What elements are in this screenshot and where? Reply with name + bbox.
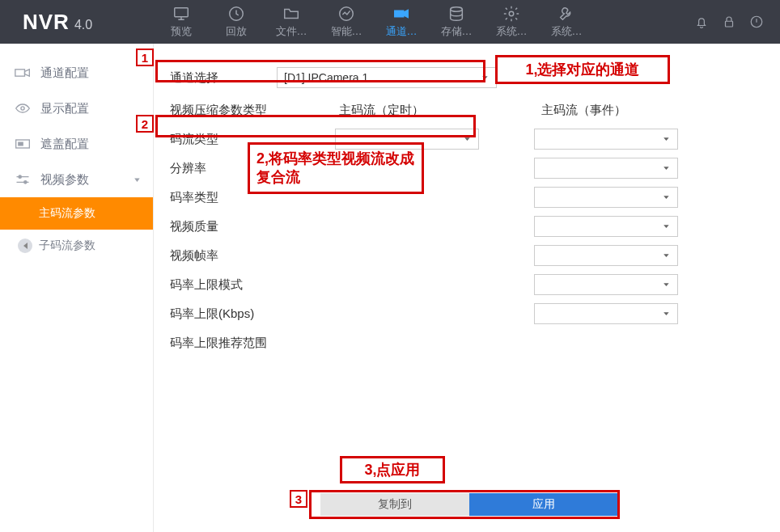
button-bar: 复制到 应用 [320,493,618,516]
svg-point-3 [451,7,463,12]
caret-down-icon: ▼ [662,281,671,287]
svg-rect-5 [726,21,733,27]
svg-rect-10 [18,142,23,146]
caret-down-icon: ▼ [662,165,671,171]
copy-to-button[interactable]: 复制到 [320,493,469,516]
anno-text-3: 3,点应用 [364,460,420,479]
lock-icon[interactable] [722,15,736,29]
sidebar-item-label: 视频参数 [40,172,89,188]
sidebar-item-label: 遮盖配置 [40,137,89,152]
analytics-icon [337,5,355,23]
stream-type-col2[interactable]: ▼ [534,129,678,150]
nav-label: 预览 [171,24,192,39]
caret-down-icon: ▼ [662,252,671,258]
folder-icon [282,5,300,23]
resolution-col2[interactable]: ▼ [534,158,678,179]
back-circle-icon [18,239,32,253]
svg-point-12 [24,181,27,184]
bell-icon[interactable] [694,15,709,29]
caret-down-icon: ▼ [463,136,472,141]
video-quality-label: 视频质量 [165,219,335,234]
bitrate-type-col2[interactable]: ▼ [534,187,678,208]
gear-icon [502,5,520,23]
sidebar-sub-label: 主码流参数 [39,206,95,221]
apply-label: 应用 [532,497,555,512]
power-icon[interactable] [749,15,764,29]
nav-channel[interactable]: 通道… [374,0,429,44]
svg-point-8 [21,107,24,110]
caret-down-icon: ▼ [662,136,671,141]
top-nav: 预览 回放 文件… 智能… 通道… 存储… 系统… 系统… [154,0,594,44]
nav-system2[interactable]: 系统… [539,0,594,44]
sidebar-item-channel-config[interactable]: 通道配置 [0,55,153,91]
logo: NVR 4.0 [0,10,154,35]
bitrate-limit-kbps-label: 码率上限(Kbps) [165,306,335,322]
bitrate-range-label: 码率上限推荐范围 [165,336,335,351]
nav-preview[interactable]: 预览 [154,0,209,44]
sidebar-item-label: 显示配置 [40,101,89,116]
apply-button[interactable]: 应用 [469,493,618,516]
playback-icon [227,5,245,23]
nav-smart[interactable]: 智能… [319,0,374,44]
sidebar-sub-main-stream[interactable]: 主码流参数 [0,197,153,230]
nav-label: 回放 [226,24,247,39]
nav-storage[interactable]: 存储… [429,0,484,44]
resolution-label: 分辨率 [165,161,335,176]
caret-down-icon: ▼ [481,74,490,80]
channel-value: [D1] IPCamera 1 [284,71,368,84]
col1-header: 主码流（定时） [339,103,541,118]
wrench-icon [557,5,575,23]
caret-down-icon: ▼ [662,194,671,200]
sidebar-item-display-config[interactable]: 显示配置 [0,91,153,126]
sidebar-item-mask-config[interactable]: 遮盖配置 [0,126,153,162]
nav-file[interactable]: 文件… [264,0,319,44]
caret-down-icon: ▼ [662,310,671,316]
anno-num-3: 3 [290,490,307,508]
sliders-icon [15,174,31,185]
camera-icon [392,5,410,23]
content: 通道选择 [D1] IPCamera 1 ▼ 视频压缩参数类型 主码流（定时） … [154,44,780,532]
nav-label: 通道… [386,24,418,39]
col2-header: 主码流（事件） [541,103,626,118]
nav-label: 系统… [551,24,583,39]
chevron-down-icon: ▼ [133,176,142,183]
bitrate-limit-mode-label: 码率上限模式 [165,277,335,293]
mask-icon [15,138,31,150]
sidebar-sub-sub-stream[interactable]: 子码流参数 [0,230,153,262]
sidebar-item-label: 通道配置 [40,65,89,81]
sidebar-item-video-param[interactable]: 视频参数 ▼ [0,162,153,197]
bitrate-limit-mode-col2[interactable]: ▼ [534,274,678,295]
sidebar: 通道配置 显示配置 遮盖配置 视频参数 ▼ 主码流参数 子码流参数 [0,44,154,532]
stream-type-label: 码流类型 [165,132,335,147]
camera-small-icon [15,67,31,78]
monitor-icon [172,5,190,23]
frame-rate-label: 视频帧率 [165,248,335,264]
frame-rate-col2[interactable]: ▼ [534,245,678,266]
param-type-label: 视频压缩参数类型 [165,103,339,118]
anno-text-3-box: 3,点应用 [340,456,445,483]
copy-label: 复制到 [378,497,412,512]
nav-label: 系统… [496,24,528,39]
topbar: NVR 4.0 预览 回放 文件… 智能… 通道… 存储… 系统… [0,0,780,44]
eye-icon [15,103,31,114]
svg-rect-7 [15,70,25,76]
logo-text: NVR [23,10,70,35]
nav-label: 智能… [331,24,362,39]
nav-playback[interactable]: 回放 [209,0,264,44]
bitrate-limit-kbps-col2[interactable]: ▼ [534,303,678,324]
channel-label: 通道选择 [165,70,295,86]
stream-type-col1[interactable]: ▼ [335,129,479,150]
sidebar-sub-label: 子码流参数 [39,239,95,253]
bitrate-type-label: 码率类型 [165,190,335,205]
svg-point-4 [509,11,514,16]
database-icon [447,5,465,23]
nav-label: 存储… [441,24,473,39]
topbar-right [694,0,764,44]
video-quality-col2[interactable]: ▼ [534,216,678,237]
svg-rect-0 [175,8,189,17]
logo-version: 4.0 [74,18,92,32]
channel-select[interactable]: [D1] IPCamera 1 ▼ [277,67,497,88]
caret-down-icon: ▼ [662,223,671,229]
nav-system1[interactable]: 系统… [484,0,539,44]
svg-point-11 [19,175,21,178]
